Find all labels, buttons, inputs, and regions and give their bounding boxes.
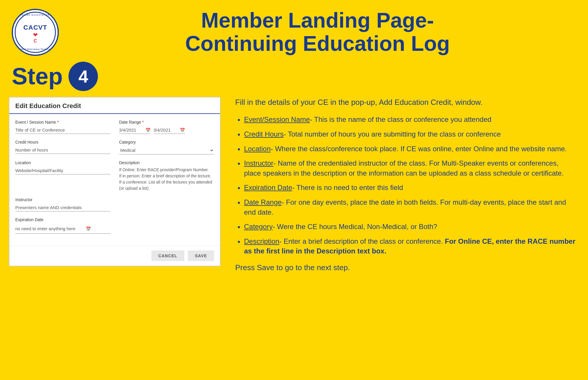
expiration-group: Expiration Date 📅 bbox=[15, 217, 110, 234]
logo-heart-icon: ❤ bbox=[33, 31, 38, 38]
info-panel: Fill in the details of your CE in the po… bbox=[232, 97, 579, 272]
list-item-event: Event/Session Name- This is the name of … bbox=[244, 115, 576, 125]
list-term-credit: Credit Hours bbox=[244, 130, 284, 138]
list-term-instructor: Instructor bbox=[244, 159, 273, 167]
expiration-label: Expiration Date bbox=[15, 217, 110, 222]
info-list: Event/Session Name- This is the name of … bbox=[235, 115, 576, 256]
category-group: Category Medical Non-Medical Both bbox=[119, 140, 214, 154]
event-session-group: Event / Session Name * bbox=[15, 120, 110, 134]
step-circle: 4 bbox=[69, 62, 98, 91]
credit-hours-input[interactable] bbox=[15, 146, 110, 154]
credit-hours-group: Credit Hours bbox=[15, 140, 110, 154]
save-button[interactable]: SAVE bbox=[188, 250, 214, 261]
event-session-label: Event / Session Name * bbox=[15, 120, 110, 125]
form-row-4: Instructor bbox=[15, 197, 214, 211]
list-item-location: Location- Where the class/conference too… bbox=[244, 144, 576, 154]
logo-c: C bbox=[34, 38, 37, 44]
main-content: Edit Education Credit Event / Session Na… bbox=[0, 97, 588, 281]
form-row-2: Credit Hours Category Medical Non-Medica… bbox=[15, 140, 214, 154]
form-title: Edit Education Credit bbox=[15, 102, 81, 110]
category-label: Category bbox=[119, 140, 214, 144]
date-end-wrap: 📅 bbox=[153, 126, 185, 134]
list-term-daterange: Date Range bbox=[244, 198, 282, 206]
date-range-group: Date Range * 📅 📅 bbox=[119, 120, 214, 134]
empty-right-5 bbox=[119, 217, 214, 234]
logo: Colorado Association of CACVT ❤ C Certif… bbox=[12, 9, 59, 56]
logo-arc-top: Colorado Association of bbox=[17, 14, 54, 16]
date-start-input[interactable] bbox=[119, 127, 146, 132]
list-term-description: Description bbox=[244, 237, 279, 245]
date-start-wrap: 📅 bbox=[119, 126, 151, 134]
list-term-event: Event/Session Name bbox=[244, 115, 310, 123]
list-item-instructor: Instructor- Name of the credentialed ins… bbox=[244, 158, 576, 178]
instructor-label: Instructor bbox=[15, 197, 110, 202]
instructor-input[interactable] bbox=[15, 204, 110, 211]
form-body: Event / Session Name * Date Range * 📅 bbox=[9, 114, 220, 246]
list-item-credit: Credit Hours- Total number of hours you … bbox=[244, 129, 576, 139]
description-text: If Online: Enter RACE provider/Program N… bbox=[119, 167, 214, 191]
date-range-inputs: 📅 📅 bbox=[119, 126, 214, 134]
form-row-1: Event / Session Name * Date Range * 📅 bbox=[15, 120, 214, 134]
calendar-start-icon[interactable]: 📅 bbox=[146, 128, 151, 132]
form-row-3: Location Description If Online: Enter RA… bbox=[15, 160, 214, 191]
expiration-input-wrap: 📅 bbox=[15, 224, 110, 234]
location-label: Location bbox=[15, 160, 110, 165]
logo-arc-bottom: Certified Veterinary Technicians bbox=[15, 48, 56, 50]
list-item-daterange: Date Range- For one day events, place th… bbox=[244, 197, 576, 217]
step-number: 4 bbox=[78, 66, 88, 87]
list-item-description: Description- Enter a brief description o… bbox=[244, 236, 576, 256]
date-range-label: Date Range * bbox=[119, 120, 214, 125]
expiration-input[interactable] bbox=[15, 225, 86, 232]
list-term-expiration: Expiration Date bbox=[244, 184, 292, 191]
step-label: Step bbox=[12, 63, 63, 90]
description-label: Description bbox=[119, 160, 214, 165]
instructor-group: Instructor bbox=[15, 197, 110, 211]
fill-in-text: Fill in the details of your CE in the po… bbox=[235, 97, 576, 107]
main-title-block: Member Landing Page- Continuing Educatio… bbox=[59, 9, 576, 55]
location-input[interactable] bbox=[15, 167, 110, 174]
event-session-input[interactable] bbox=[15, 126, 110, 134]
description-group: Description If Online: Enter RACE provid… bbox=[119, 160, 214, 191]
location-group: Location bbox=[15, 160, 110, 191]
form-header: Edit Education Credit bbox=[9, 97, 220, 114]
calendar-expiration-icon[interactable]: 📅 bbox=[86, 226, 91, 231]
list-item-category: Category- Were the CE hours Medical, Non… bbox=[244, 222, 576, 232]
calendar-end-icon[interactable]: 📅 bbox=[180, 128, 185, 132]
form-row-5: Expiration Date 📅 bbox=[15, 217, 214, 234]
step-area: Step 4 bbox=[0, 59, 588, 97]
credit-hours-label: Credit Hours bbox=[15, 140, 110, 144]
empty-right-4 bbox=[119, 197, 214, 211]
category-select[interactable]: Medical Non-Medical Both bbox=[119, 146, 214, 154]
event-session-required: * bbox=[57, 120, 59, 125]
form-actions: CANCEL SAVE bbox=[9, 246, 220, 266]
list-term-location: Location bbox=[244, 145, 271, 153]
list-term-category: Category bbox=[244, 223, 273, 231]
edit-education-credit-form: Edit Education Credit Event / Session Na… bbox=[9, 97, 220, 266]
press-save-text: Press Save to go to the next step. bbox=[235, 263, 576, 272]
cancel-button[interactable]: CANCEL bbox=[151, 250, 184, 261]
logo-acronym: CACVT bbox=[24, 24, 47, 31]
description-bold: For Online CE, enter the RACE number as … bbox=[244, 237, 575, 255]
date-range-required: * bbox=[142, 120, 144, 125]
main-title: Member Landing Page- Continuing Educatio… bbox=[65, 9, 570, 55]
list-item-expiration: Expiration Date- There is no need to ent… bbox=[244, 183, 576, 193]
date-end-input[interactable] bbox=[153, 127, 180, 132]
